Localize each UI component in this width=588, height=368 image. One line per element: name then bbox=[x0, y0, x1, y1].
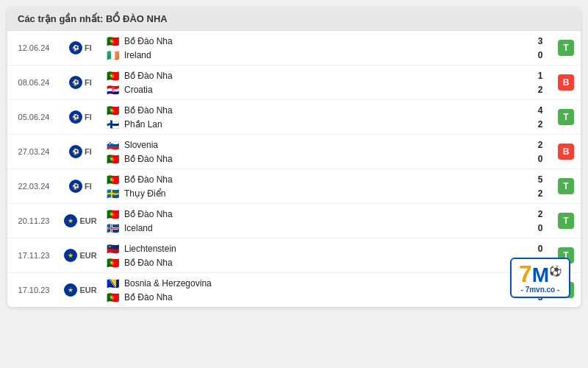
result-badge: B bbox=[558, 74, 574, 91]
section-header: Các trận gần nhất: BỒ ĐÀO NHA bbox=[7, 7, 581, 31]
logo-sub: - 7mvn.co - bbox=[521, 286, 560, 294]
competition-label: EUR bbox=[79, 216, 96, 225]
teams-col: 🇵🇹Bồ Đào Nha🇸🇪Thụy Điển bbox=[101, 169, 529, 203]
score-col: 42 bbox=[529, 103, 551, 131]
match-row[interactable]: 08.06.24⚽FI🇵🇹Bồ Đào Nha🇭🇷Croatia12B bbox=[7, 66, 581, 100]
team-row: 🇵🇹Bồ Đào Nha bbox=[105, 172, 525, 186]
team-name: Bồ Đào Nha bbox=[124, 174, 173, 185]
team-row: 🇮🇪Ireland bbox=[105, 48, 525, 62]
match-row[interactable]: 12.06.24⚽FI🇵🇹Bồ Đào Nha🇮🇪Ireland30T bbox=[7, 31, 581, 66]
comp-col: ⚽FI bbox=[60, 110, 101, 124]
match-row[interactable]: 05.06.24⚽FI🇵🇹Bồ Đào Nha🇫🇮Phần Lan42T bbox=[7, 100, 581, 135]
result-col: T bbox=[551, 40, 581, 56]
score-value: 0 bbox=[538, 221, 543, 235]
teams-col: 🇵🇹Bồ Đào Nha🇮🇸Iceland bbox=[101, 204, 529, 238]
match-date: 22.03.24 bbox=[7, 180, 60, 192]
score-value: 1 bbox=[538, 68, 543, 82]
teams-col: 🇵🇹Bồ Đào Nha🇮🇪Ireland bbox=[101, 31, 529, 65]
logo-main: 7M⚽ bbox=[519, 262, 562, 286]
result-col: B bbox=[551, 144, 581, 160]
score-value: 4 bbox=[538, 103, 543, 117]
result-col: T bbox=[551, 109, 581, 125]
team-name: Bồ Đào Nha bbox=[124, 154, 173, 164]
team-name: Bồ Đào Nha bbox=[124, 292, 173, 302]
competition-label: FI bbox=[85, 147, 92, 156]
team-row: 🇭🇷Croatia bbox=[105, 82, 525, 96]
result-badge: T bbox=[558, 178, 574, 194]
result-badge: B bbox=[558, 144, 574, 160]
match-row[interactable]: 17.10.23★EUR🇧🇦Bosnia & Herzegovina🇵🇹Bồ Đ… bbox=[7, 273, 581, 307]
match-date: 05.06.24 bbox=[7, 111, 60, 123]
teams-col: 🇵🇹Bồ Đào Nha🇭🇷Croatia bbox=[101, 66, 529, 99]
team-flag: 🇫🇮 bbox=[105, 119, 120, 130]
team-name: Iceland bbox=[124, 223, 153, 233]
score-col: 20 bbox=[529, 138, 551, 166]
competition-icon: ★ bbox=[64, 214, 77, 227]
competition-icon: ⚽ bbox=[69, 145, 82, 158]
team-row: 🇵🇹Bồ Đào Nha bbox=[105, 207, 525, 221]
match-date: 08.06.24 bbox=[7, 77, 60, 88]
team-flag: 🇵🇹 bbox=[105, 71, 120, 81]
team-flag: 🇸🇪 bbox=[105, 188, 120, 199]
team-flag: 🇧🇦 bbox=[105, 278, 120, 289]
score-col: 12 bbox=[529, 68, 551, 96]
comp-col: ★EUR bbox=[60, 283, 101, 297]
team-flag: 🇵🇹 bbox=[105, 154, 120, 164]
result-badge: T bbox=[558, 109, 574, 125]
competition-label: FI bbox=[85, 43, 92, 52]
match-date: 27.03.24 bbox=[7, 146, 60, 158]
score-value: 5 bbox=[538, 172, 543, 186]
team-row: 🇵🇹Bồ Đào Nha bbox=[105, 152, 525, 166]
match-date: 17.11.23 bbox=[7, 250, 60, 261]
team-flag: 🇱🇮 bbox=[105, 244, 120, 254]
team-name: Phần Lan bbox=[124, 119, 162, 130]
team-row: 🇵🇹Bồ Đào Nha bbox=[105, 103, 525, 117]
score-value: 3 bbox=[538, 34, 543, 48]
team-flag: 🇵🇹 bbox=[105, 292, 120, 302]
match-row[interactable]: 20.11.23★EUR🇵🇹Bồ Đào Nha🇮🇸Iceland20T bbox=[7, 204, 581, 238]
result-badge: T bbox=[558, 40, 574, 56]
score-col: 52 bbox=[529, 172, 551, 200]
competition-icon: ⚽ bbox=[69, 41, 82, 54]
teams-col: 🇸🇮Slovenia🇵🇹Bồ Đào Nha bbox=[101, 135, 529, 169]
team-row: 🇸🇮Slovenia bbox=[105, 138, 525, 152]
match-row[interactable]: 22.03.24⚽FI🇵🇹Bồ Đào Nha🇸🇪Thụy Điển52T bbox=[7, 169, 581, 204]
score-value: 2 bbox=[538, 207, 543, 221]
team-name: Bồ Đào Nha bbox=[124, 209, 173, 219]
competition-icon: ★ bbox=[64, 283, 77, 297]
team-name: Ireland bbox=[124, 50, 151, 60]
score-value: 0 bbox=[538, 152, 543, 166]
team-name: Slovenia bbox=[124, 140, 158, 150]
team-name: Bồ Đào Nha bbox=[124, 105, 173, 116]
team-name: Thụy Điển bbox=[124, 188, 165, 199]
result-col: B bbox=[551, 74, 581, 91]
team-name: Bồ Đào Nha bbox=[124, 71, 173, 81]
match-row[interactable]: 27.03.24⚽FI🇸🇮Slovenia🇵🇹Bồ Đào Nha20B bbox=[7, 135, 581, 169]
team-flag: 🇮🇸 bbox=[105, 223, 120, 233]
competition-label: FI bbox=[85, 182, 92, 191]
team-flag: 🇵🇹 bbox=[105, 105, 120, 116]
result-col: T bbox=[551, 178, 581, 194]
match-date: 17.10.23 bbox=[7, 284, 60, 296]
team-row: 🇧🇦Bosnia & Herzegovina bbox=[105, 276, 525, 290]
team-name: Bồ Đào Nha bbox=[124, 36, 173, 46]
team-name: Croatia bbox=[124, 85, 153, 95]
team-flag: 🇮🇪 bbox=[105, 50, 120, 60]
score-value: 0 bbox=[538, 241, 543, 255]
competition-icon: ⚽ bbox=[69, 180, 82, 193]
logo-watermark: 7M⚽- 7mvn.co - bbox=[510, 258, 570, 298]
match-row[interactable]: 17.11.23★EUR🇱🇮Liechtenstein🇵🇹Bồ Đào Nha0… bbox=[7, 238, 581, 273]
competition-icon: ★ bbox=[64, 249, 77, 262]
team-row: 🇵🇹Bồ Đào Nha bbox=[105, 34, 525, 48]
team-row: 🇱🇮Liechtenstein bbox=[105, 241, 525, 255]
match-date: 20.11.23 bbox=[7, 215, 60, 227]
team-name: Bồ Đào Nha bbox=[124, 258, 173, 268]
team-row: 🇵🇹Bồ Đào Nha bbox=[105, 290, 525, 304]
team-name: Bosnia & Herzegovina bbox=[124, 278, 212, 289]
team-row: 🇵🇹Bồ Đào Nha bbox=[105, 255, 525, 269]
team-row: 🇮🇸Iceland bbox=[105, 221, 525, 235]
comp-col: ★EUR bbox=[60, 214, 101, 227]
competition-icon: ⚽ bbox=[69, 76, 82, 89]
competition-label: EUR bbox=[79, 251, 96, 260]
team-flag: 🇵🇹 bbox=[105, 209, 120, 219]
